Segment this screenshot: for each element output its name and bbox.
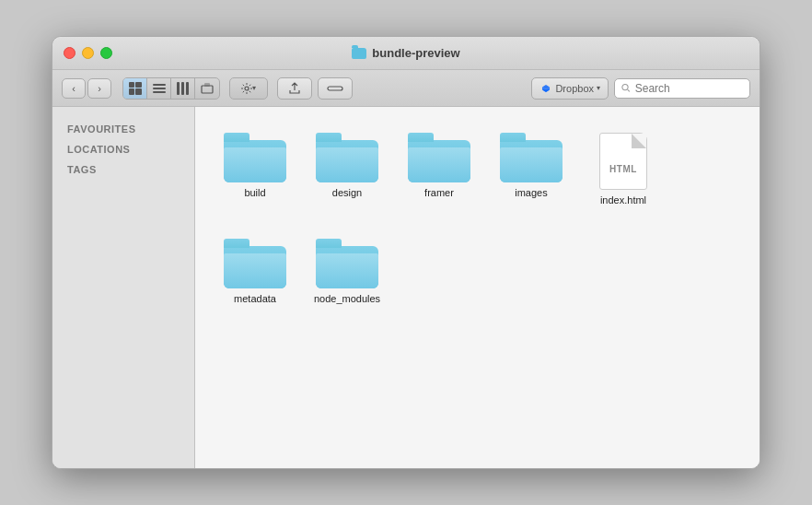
list-item[interactable]: images — [490, 125, 573, 213]
column-view-button[interactable] — [171, 78, 195, 99]
svg-point-8 — [622, 85, 628, 90]
svg-line-9 — [628, 89, 630, 91]
sidebar: Favourites Locations Tags — [52, 107, 195, 468]
html-type-label: HTML — [600, 164, 646, 174]
file-label: images — [515, 187, 547, 198]
share-button[interactable] — [277, 77, 312, 100]
arrange-menu-button[interactable]: ▾ — [230, 78, 267, 99]
sidebar-section-locations: Locations — [52, 138, 194, 159]
forward-button[interactable]: › — [87, 78, 111, 99]
search-input[interactable] — [635, 82, 743, 95]
list-item[interactable]: design — [306, 125, 389, 213]
titlebar: bundle-preview — [52, 37, 760, 70]
sidebar-section-favourites: Favourites — [52, 118, 194, 138]
list-item[interactable]: framer — [398, 125, 481, 213]
list-item[interactable]: metadata — [214, 231, 296, 311]
folder-icon — [500, 133, 563, 182]
toolbar: ‹ › — [52, 70, 760, 107]
minimize-button[interactable] — [82, 47, 94, 59]
window-title: bundle-preview — [352, 46, 459, 60]
svg-rect-1 — [204, 83, 210, 87]
finder-window: bundle-preview ‹ › — [52, 36, 760, 469]
list-view-button[interactable] — [147, 78, 171, 99]
share-icon — [288, 82, 301, 95]
list-icon — [153, 82, 166, 95]
folder-icon — [316, 239, 378, 288]
gear-icon — [241, 83, 252, 94]
cover-icon — [201, 82, 214, 95]
svg-marker-7 — [542, 89, 550, 92]
dropbox-button[interactable]: Dropbox ▾ — [531, 77, 609, 100]
arrange-arrow: ▾ — [252, 84, 256, 92]
forward-icon: › — [98, 83, 101, 94]
view-btn-group2: ▾ — [229, 77, 268, 100]
list-item[interactable]: node_modules — [306, 231, 389, 311]
title-folder-icon — [352, 48, 366, 59]
folder-icon — [224, 239, 286, 288]
column-icon — [177, 82, 190, 95]
content-area: Favourites Locations Tags build — [52, 107, 760, 468]
list-item[interactable]: build — [214, 125, 296, 213]
search-icon — [621, 83, 631, 93]
file-label: framer — [424, 187, 454, 198]
folder-icon — [224, 133, 286, 182]
cover-view-button[interactable] — [195, 78, 219, 99]
title-label: bundle-preview — [372, 46, 459, 60]
svg-rect-3 — [328, 87, 342, 90]
dropbox-label: Dropbox — [555, 83, 594, 94]
close-button[interactable] — [64, 47, 75, 59]
tag-button[interactable] — [318, 77, 353, 100]
file-label: metadata — [234, 293, 276, 304]
main-content: build design — [195, 107, 760, 468]
back-icon: ‹ — [72, 83, 75, 94]
traffic-lights — [64, 47, 112, 59]
file-label: build — [244, 187, 265, 198]
grid-icon — [129, 82, 142, 95]
svg-point-2 — [245, 87, 249, 90]
file-label: node_modules — [314, 293, 380, 304]
file-label: index.html — [600, 194, 646, 206]
dropbox-arrow: ▾ — [597, 84, 600, 92]
list-item[interactable]: HTML index.html — [582, 125, 665, 213]
folder-icon — [316, 133, 378, 182]
file-grid: build design — [214, 125, 741, 311]
view-buttons — [122, 77, 220, 100]
back-button[interactable]: ‹ — [62, 78, 86, 99]
search-bar[interactable] — [614, 78, 750, 99]
icon-view-button[interactable] — [123, 78, 147, 99]
dropbox-icon — [539, 82, 552, 95]
sidebar-section-tags: Tags — [52, 159, 194, 179]
svg-rect-0 — [202, 86, 213, 93]
html-file-icon: HTML — [599, 133, 647, 190]
nav-buttons: ‹ › — [62, 78, 111, 99]
maximize-button[interactable] — [100, 47, 112, 59]
tag-icon — [327, 83, 343, 94]
file-label: design — [332, 187, 362, 198]
folder-icon — [408, 133, 470, 182]
